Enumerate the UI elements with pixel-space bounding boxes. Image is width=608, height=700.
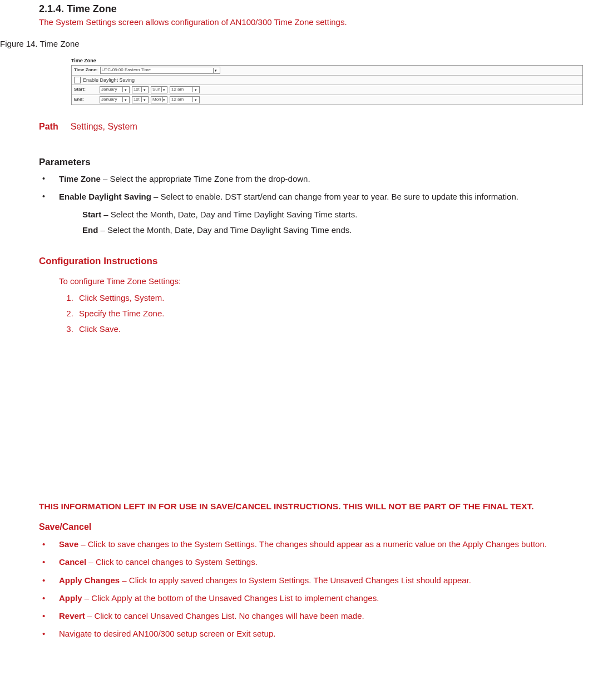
param-sub-name: End (82, 225, 98, 235)
path-value: Settings, System (71, 121, 137, 133)
ss-tz-select[interactable]: UTC-05:00 Eastern Time ▾ (100, 67, 220, 74)
param-desc: – Select to enable. DST start/end can ch… (151, 192, 518, 201)
param-name: Enable Daylight Saving (59, 192, 151, 201)
ss-enable-checkbox[interactable] (74, 77, 81, 83)
save-item-desc: – Click to cancel Unsaved Changes List. … (85, 611, 364, 620)
editorial-note: THIS INFORMATION LEFT IN FOR USE IN SAVE… (39, 501, 597, 513)
ss-row-end: End: January▾ 1st▾ Mon▾ 12 am▾ (72, 95, 582, 105)
save-cancel-list: Save – Click to save changes to the Syst… (39, 539, 597, 640)
save-item-desc: – Click to apply saved changes to System… (120, 575, 471, 585)
chevron-down-icon: ▾ (141, 97, 147, 102)
chevron-down-icon: ▾ (192, 87, 198, 92)
save-item-name: Revert (59, 611, 85, 620)
path-label: Path (39, 121, 58, 133)
save-item: Save – Click to save changes to the Syst… (39, 539, 597, 550)
save-item-desc: – Click to save changes to the System Se… (78, 539, 547, 549)
chevron-down-icon: ▾ (192, 97, 198, 102)
param-sub-desc: – Select the Month, Date, Day and Time D… (98, 225, 352, 235)
chevron-down-icon: ▾ (122, 87, 128, 92)
save-item-desc: Navigate to desired AN100/300 setup scre… (59, 629, 275, 638)
config-step: Click Settings, System. (76, 292, 597, 304)
config-steps: Click Settings, System. Specify the Time… (59, 292, 597, 335)
param-dst: Enable Daylight Saving – Select to enabl… (39, 191, 597, 202)
save-item: Revert – Click to cancel Unsaved Changes… (39, 610, 597, 622)
ss-end-month[interactable]: January▾ (100, 96, 130, 103)
ss-end-label: End: (74, 97, 97, 103)
save-item-name: Apply (59, 593, 82, 603)
ss-end-time[interactable]: 12 am▾ (170, 96, 200, 103)
ss-start-date[interactable]: 1st▾ (132, 86, 149, 93)
ss-row-timezone: Time Zone: UTC-05:00 Eastern Time ▾ (72, 66, 582, 76)
save-item-name: Save (59, 539, 78, 549)
section-intro: The System Settings screen allows config… (39, 17, 608, 28)
figure-caption: Figure 14. Time Zone (0, 38, 608, 49)
section-heading: 2.1.4. Time Zone (39, 0, 608, 16)
config-step: Specify the Time Zone. (76, 308, 597, 319)
save-item-name: Cancel (59, 557, 86, 567)
config-heading: Configuration Instructions (39, 255, 597, 268)
embedded-screenshot: Time Zone Time Zone: UTC-05:00 Eastern T… (71, 57, 583, 105)
save-item: Apply – Click Apply at the bottom of the… (39, 593, 597, 604)
param-sub-name: Start (82, 210, 101, 219)
ss-start-time[interactable]: 12 am▾ (170, 86, 200, 93)
path-row: Path Settings, System (39, 121, 597, 133)
ss-tz-value: UTC-05:00 Eastern Time (102, 67, 151, 73)
save-cancel-heading: Save/Cancel (39, 521, 597, 533)
parameters-heading: Parameters (39, 156, 597, 169)
chevron-down-icon: ▾ (141, 87, 147, 92)
ss-start-day[interactable]: Sun▾ (151, 86, 167, 93)
ss-end-day[interactable]: Mon▾ (151, 96, 167, 103)
ss-enable-label: Enable Daylight Saving (83, 77, 135, 83)
save-item-desc: – Click to cancel changes to System Sett… (86, 557, 258, 567)
save-item: Apply Changes – Click to apply saved cha… (39, 575, 597, 586)
ss-start-month[interactable]: January▾ (100, 86, 130, 93)
chevron-down-icon: ▾ (213, 68, 219, 73)
chevron-down-icon: ▾ (122, 97, 128, 102)
save-item-name: Apply Changes (59, 575, 120, 585)
ss-start-label: Start: (74, 87, 97, 93)
param-dst-start: Start – Select the Month, Date, Day and … (82, 209, 597, 220)
param-desc: – Select the appropriate Time Zone from … (101, 174, 310, 183)
param-sub-desc: – Select the Month, Date, Day and Time D… (101, 210, 357, 219)
save-item: Cancel – Click to cancel changes to Syst… (39, 557, 597, 568)
ss-row-start: Start: January▾ 1st▾ Sun▾ 12 am▾ (72, 85, 582, 95)
config-step: Click Save. (76, 324, 597, 335)
chevron-down-icon: ▾ (162, 97, 166, 102)
ss-end-date[interactable]: 1st▾ (132, 96, 149, 103)
save-item-navigate: Navigate to desired AN100/300 setup scre… (39, 628, 597, 639)
ss-box: Time Zone: UTC-05:00 Eastern Time ▾ Enab… (71, 65, 583, 105)
param-name: Time Zone (59, 174, 101, 183)
parameters-list: Time Zone – Select the appropriate Time … (39, 173, 597, 203)
config-intro: To configure Time Zone Settings: (59, 276, 597, 287)
chevron-down-icon: ▾ (161, 87, 166, 92)
save-item-desc: – Click Apply at the bottom of the Unsav… (82, 593, 379, 603)
ss-tz-label: Time Zone: (74, 67, 98, 73)
ss-row-enable: Enable Daylight Saving (72, 76, 582, 85)
param-dst-end: End – Select the Month, Date, Day and Ti… (82, 225, 597, 236)
ss-title: Time Zone (71, 57, 583, 64)
param-timezone: Time Zone – Select the appropriate Time … (39, 173, 597, 185)
